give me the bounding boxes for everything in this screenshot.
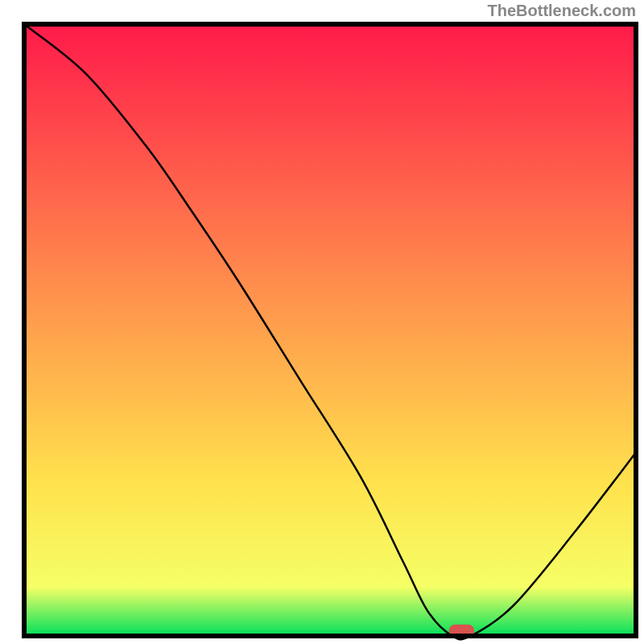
watermark-text: TheBottleneck.com [488, 2, 636, 20]
chart-svg [0, 0, 644, 644]
bottleneck-chart: TheBottleneck.com [0, 0, 644, 644]
gradient-background [24, 24, 636, 636]
